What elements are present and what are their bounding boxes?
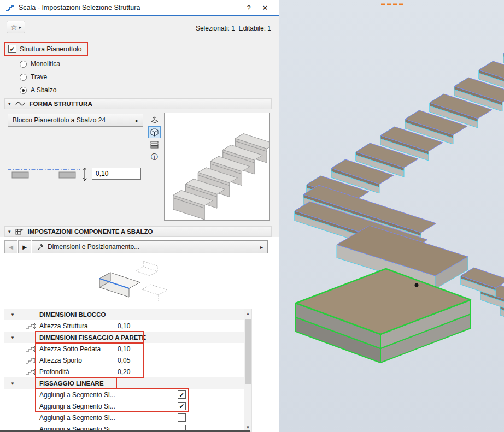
radio-label: A Sbalzo bbox=[31, 86, 56, 94]
prev-page-button[interactable]: ◀ bbox=[4, 240, 17, 253]
component-settings-icon bbox=[15, 228, 24, 235]
section-header-component[interactable]: ▾ IMPOSTAZIONI COMPONENTE A SBALZO bbox=[4, 226, 272, 237]
param-label: Aggiungi a Segmento Si... bbox=[39, 403, 115, 410]
table-row[interactable]: Altezza Struttura 0,10 bbox=[4, 320, 244, 332]
table-row[interactable]: Aggiungi a Segmento Si... ✓ bbox=[4, 389, 244, 400]
stairs-3d-scene bbox=[279, 0, 504, 432]
block-type-dropdown[interactable]: Blocco Pianerottolo a Sbalzo 24 ▸ bbox=[8, 114, 143, 127]
param-label: Altezza Struttura bbox=[39, 322, 88, 330]
favorites-button[interactable]: ☆ ▸ bbox=[7, 21, 25, 33]
cube-3d-icon bbox=[150, 128, 159, 137]
collapse-icon[interactable]: ▾ bbox=[4, 335, 21, 340]
param-label: Altezza Sotto Pedata bbox=[39, 345, 101, 353]
dimension-icon bbox=[24, 345, 36, 353]
thickness-diagram-icon bbox=[7, 166, 90, 182]
radio-label: Trave bbox=[31, 73, 47, 81]
dialog-title: Scala - Impostazioni Selezione Struttura bbox=[19, 4, 241, 11]
symbolic-view-icon bbox=[150, 116, 159, 123]
group-label: DIMENSIONI BLOCCO bbox=[39, 311, 106, 318]
caret-right-icon: ▸ bbox=[260, 244, 263, 250]
next-page-button[interactable]: ▶ bbox=[18, 240, 31, 253]
scroll-up-icon[interactable]: ▲ bbox=[244, 309, 251, 318]
tool-hammer-icon bbox=[37, 244, 44, 251]
row-checkbox[interactable] bbox=[178, 413, 186, 422]
radio-circle-selected bbox=[20, 87, 27, 94]
dialog-titlebar[interactable]: Scala - Impostazioni Selezione Struttura… bbox=[0, 0, 279, 16]
application-window: Scala - Impostazioni Selezione Struttura… bbox=[0, 0, 504, 432]
table-row[interactable]: Altezza Sporto 0,05 bbox=[4, 354, 244, 366]
structure-preview-image bbox=[165, 113, 269, 220]
caret-right-icon: ▸ bbox=[136, 117, 138, 123]
cantilever-component-sketch bbox=[77, 256, 180, 307]
forma-struttura-icon bbox=[15, 101, 25, 106]
dimension-icon bbox=[24, 368, 36, 376]
model-3d-view-button[interactable] bbox=[148, 126, 161, 138]
checkbox-mark: ✓ bbox=[179, 403, 184, 410]
star-icon: ☆ bbox=[10, 23, 17, 32]
section-title: FORMA STRUTTURA bbox=[30, 100, 92, 107]
row-checkbox[interactable]: ✓ bbox=[178, 402, 186, 410]
group-label: FISSAGGIO LINEARE bbox=[39, 380, 104, 387]
radio-monolitica[interactable]: Monolitica bbox=[20, 60, 60, 68]
thickness-input[interactable] bbox=[92, 168, 141, 180]
table-row[interactable]: ▾ DIMENSIONI BLOCCO bbox=[4, 309, 244, 320]
stair-settings-dialog: Scala - Impostazioni Selezione Struttura… bbox=[0, 0, 279, 432]
3d-view[interactable] bbox=[279, 0, 504, 432]
symbolic-view-button[interactable] bbox=[148, 114, 161, 126]
landing-structure-checkbox[interactable]: ✓ Struttura Pianerottolo bbox=[4, 42, 88, 56]
stair-dialog-icon bbox=[5, 4, 14, 11]
param-value[interactable]: 0,10 bbox=[118, 345, 130, 353]
section-title: IMPOSTAZIONI COMPONENTE A SBALZO bbox=[28, 228, 153, 235]
section-header-forma[interactable]: ▾ FORMA STRUTTURA bbox=[4, 98, 272, 109]
scrollbar-thumb[interactable] bbox=[245, 319, 251, 384]
section-view-icon bbox=[150, 141, 159, 149]
group-label: DIMENSIONI FISSAGGIO A PARETE bbox=[39, 334, 146, 341]
dropdown-value: Dimensioni e Posizionamento... bbox=[48, 243, 139, 251]
table-scrollbar[interactable]: ▲ ▼ bbox=[244, 309, 252, 432]
checkbox-mark: ✓ bbox=[179, 391, 184, 399]
section-view-button[interactable] bbox=[148, 139, 161, 151]
table-row[interactable]: Altezza Sotto Pedata 0,10 bbox=[4, 343, 244, 354]
hotspot-dot bbox=[415, 283, 419, 287]
table-row[interactable]: Aggiungi a Segmento Si... ✓ bbox=[4, 400, 244, 412]
radio-circle bbox=[20, 74, 27, 81]
param-value[interactable]: 0,10 bbox=[118, 322, 130, 330]
arrow-right-icon: ▶ bbox=[22, 244, 27, 250]
dropdown-value: Blocco Pianerottolo a Sbalzo 24 bbox=[13, 116, 106, 124]
param-label: Aggiungi a Segmento Si... bbox=[39, 414, 115, 422]
param-label: Profondità bbox=[39, 368, 69, 376]
radio-circle bbox=[20, 61, 27, 68]
row-checkbox[interactable]: ✓ bbox=[178, 390, 186, 399]
param-label: Altezza Sporto bbox=[39, 357, 82, 364]
caret-right-icon: ▸ bbox=[19, 25, 22, 30]
table-row[interactable]: ▾ DIMENSIONI FISSAGGIO A PARETE bbox=[4, 332, 244, 343]
radio-label: Monolitica bbox=[31, 60, 60, 68]
structure-preview-pane bbox=[164, 113, 270, 221]
collapse-icon[interactable]: ▾ bbox=[8, 101, 11, 106]
arrow-left-icon: ◀ bbox=[9, 244, 13, 250]
collapse-icon[interactable]: ▾ bbox=[8, 229, 11, 234]
table-row[interactable]: ▾ FISSAGGIO LINEARE bbox=[4, 377, 244, 389]
dimension-icon bbox=[24, 357, 36, 364]
table-row[interactable]: Profondità 0,20 bbox=[4, 366, 244, 377]
checkbox-label: Struttura Pianerottolo bbox=[20, 45, 81, 53]
selection-status: Selezionati: 1 Editabile: 1 bbox=[196, 25, 271, 32]
close-button[interactable]: ✕ bbox=[257, 4, 273, 12]
param-value[interactable]: 0,05 bbox=[118, 357, 130, 364]
info-button[interactable]: ⓘ bbox=[148, 151, 161, 163]
table-row[interactable]: Aggiungi a Segmento Si... bbox=[4, 412, 244, 423]
collapse-icon[interactable]: ▾ bbox=[4, 312, 21, 317]
help-button[interactable]: ? bbox=[241, 4, 257, 12]
checkbox-mark: ✓ bbox=[8, 45, 16, 53]
parameter-table: ▾ DIMENSIONI BLOCCO Altezza Struttura 0,… bbox=[4, 309, 244, 432]
settings-page-dropdown[interactable]: Dimensioni e Posizionamento... ▸ bbox=[32, 240, 268, 253]
radio-trave[interactable]: Trave bbox=[20, 73, 47, 81]
dimension-icon bbox=[24, 322, 36, 330]
radio-a-sbalzo[interactable]: A Sbalzo bbox=[20, 86, 56, 94]
collapse-icon[interactable]: ▾ bbox=[4, 381, 21, 386]
param-value[interactable]: 0,20 bbox=[118, 368, 130, 376]
param-label: Aggiungi a Segmento Si... bbox=[39, 391, 115, 399]
info-icon: ⓘ bbox=[151, 152, 158, 162]
